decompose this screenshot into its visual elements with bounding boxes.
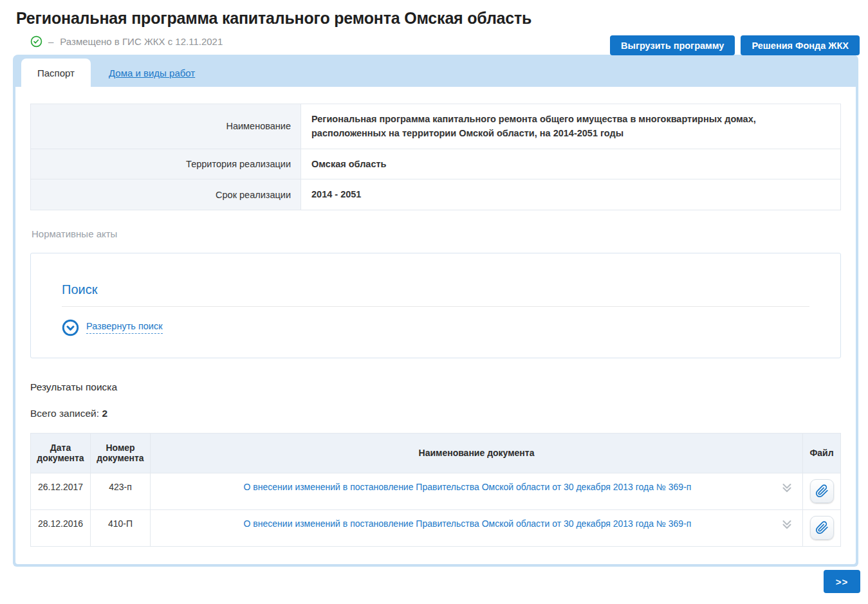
tab-houses-works[interactable]: Дома и виды работ [91,59,213,87]
tab-bar: Паспорт Дома и виды работ [15,55,856,87]
expand-search-row: Развернуть поиск [62,319,809,336]
table-row: Территория реализации Омская область [31,149,841,179]
header-doc-name: Наименование документа [151,433,803,473]
export-program-button[interactable]: Выгрузить программу [610,35,735,55]
total-records-value: 2 [102,408,107,419]
page-title: Региональная программа капитального ремо… [16,9,860,28]
page: Региональная программа капитального ремо… [0,0,868,604]
search-panel: Поиск Развернуть поиск [30,253,841,358]
header-doc-number: Номер документа [91,433,151,473]
search-results-title: Результаты поиска [30,381,841,393]
attachment-button[interactable] [810,479,834,503]
tab-houses-works-link[interactable]: Дома и виды работ [109,68,195,78]
paperclip-icon [815,484,829,498]
file-cell [803,473,841,509]
doc-date: 26.12.2017 [31,473,91,509]
expand-search-link[interactable]: Развернуть поиск [86,321,163,334]
document-link[interactable]: О внесении изменений в постановление Пра… [244,518,692,529]
tab-passport[interactable]: Паспорт [21,59,91,87]
status-dash: – [48,36,53,47]
field-value: Региональная программа капитального ремо… [301,104,841,149]
header-file: Файл [803,433,841,473]
main-panel: Паспорт Дома и виды работ Наименование Р… [13,55,858,567]
double-chevron-down-icon[interactable] [780,480,794,495]
fund-decisions-button[interactable]: Решения Фонда ЖКХ [741,35,860,55]
header-actions: Выгрузить программу Решения Фонда ЖКХ [610,35,860,55]
divider [62,306,809,307]
field-label: Территория реализации [31,149,301,179]
field-label: Срок реализации [31,179,301,210]
total-records-label: Всего записей: [30,408,99,419]
field-value: Омская область [301,149,841,179]
doc-name-cell: О внесении изменений в постановление Пра… [151,473,803,509]
doc-name-cell: О внесении изменений в постановление Пра… [151,509,803,546]
document-link[interactable]: О внесении изменений в постановление Пра… [244,482,692,492]
doc-date: 28.12.2016 [31,509,91,546]
pagination-footer: >> [824,570,860,593]
page-header: Региональная программа капитального ремо… [0,0,868,48]
table-row: 26.12.2017 423-п О внесении изменений в … [31,473,841,509]
header-doc-date: Дата документа [31,433,91,473]
next-page-button[interactable]: >> [824,570,860,593]
results-table: Дата документа Номер документа Наименова… [30,433,841,547]
status-text: Размещено в ГИС ЖКХ с 12.11.2021 [60,36,223,47]
table-row: Срок реализации 2014 - 2051 [31,179,841,210]
search-panel-title: Поиск [62,282,809,297]
table-row: Наименование Региональная программа капи… [31,104,841,149]
field-value: 2014 - 2051 [301,179,841,210]
double-chevron-down-icon[interactable] [780,517,794,531]
table-header-row: Дата документа Номер документа Наименова… [31,433,841,473]
total-records-row: Всего записей: 2 [30,408,841,419]
normative-acts-title: Нормативные акты [32,228,841,239]
chevron-down-circle-icon[interactable] [62,319,79,336]
attachment-button[interactable] [810,516,834,540]
field-label: Наименование [31,104,301,149]
table-row: 28.12.2016 410-П О внесении изменений в … [31,509,841,546]
file-cell [803,509,841,546]
doc-number: 410-П [91,509,151,546]
panel-content: Наименование Региональная программа капи… [15,87,856,564]
check-circle-icon [30,35,42,48]
paperclip-icon [815,521,829,535]
passport-info-table: Наименование Региональная программа капи… [30,104,841,210]
doc-number: 423-п [91,473,151,509]
